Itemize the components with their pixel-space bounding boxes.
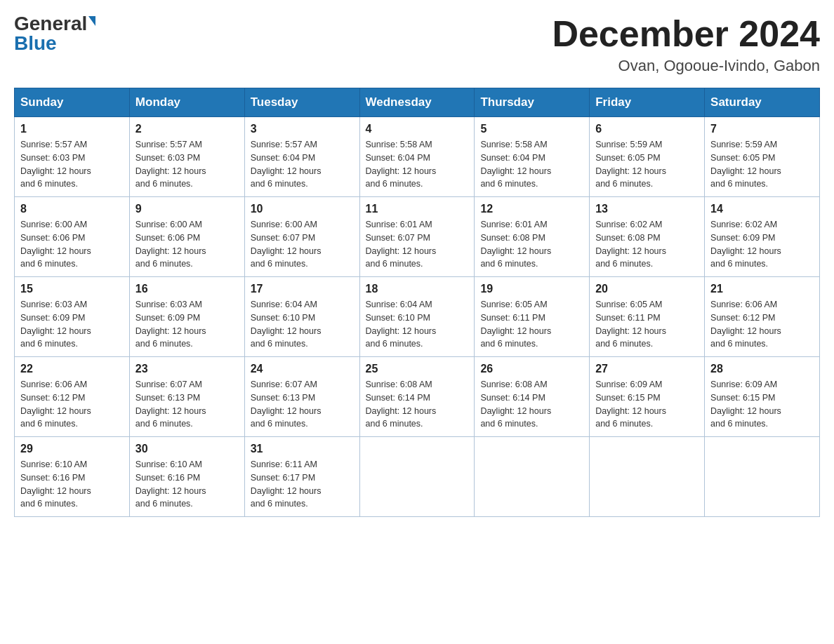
calendar-cell: 2Sunrise: 5:57 AMSunset: 6:03 PMDaylight… [129,117,244,197]
column-header-sunday: Sunday [15,88,130,117]
day-info: Sunrise: 6:01 AMSunset: 6:08 PMDaylight:… [480,218,583,271]
day-info: Sunrise: 6:05 AMSunset: 6:11 PMDaylight:… [480,298,583,351]
calendar-cell: 31Sunrise: 6:11 AMSunset: 6:17 PMDayligh… [244,437,359,517]
day-number: 13 [595,203,699,215]
calendar-cell: 21Sunrise: 6:06 AMSunset: 6:12 PMDayligh… [705,277,820,357]
day-info: Sunrise: 6:00 AMSunset: 6:06 PMDaylight:… [20,218,124,271]
calendar-cell: 15Sunrise: 6:03 AMSunset: 6:09 PMDayligh… [15,277,130,357]
day-info: Sunrise: 5:57 AMSunset: 6:03 PMDaylight:… [20,138,124,191]
calendar-cell: 3Sunrise: 5:57 AMSunset: 6:04 PMDaylight… [244,117,359,197]
day-info: Sunrise: 6:10 AMSunset: 6:16 PMDaylight:… [135,458,239,511]
title-section: December 2024 Ovan, Ogooue-Ivindo, Gabon [552,14,820,75]
day-number: 18 [366,283,469,295]
calendar-cell [475,437,590,517]
column-header-monday: Monday [129,88,244,117]
day-number: 14 [710,203,814,215]
day-number: 16 [135,283,239,295]
calendar-cell: 20Sunrise: 6:05 AMSunset: 6:11 PMDayligh… [590,277,705,357]
logo-general: General [14,14,87,34]
calendar-header-row: SundayMondayTuesdayWednesdayThursdayFrid… [15,88,820,117]
day-number: 17 [251,283,354,295]
day-info: Sunrise: 6:03 AMSunset: 6:09 PMDaylight:… [135,298,239,351]
day-number: 15 [20,283,124,295]
logo-blue: Blue [14,34,57,53]
day-number: 9 [135,203,239,215]
calendar-cell: 12Sunrise: 6:01 AMSunset: 6:08 PMDayligh… [475,197,590,277]
day-info: Sunrise: 5:59 AMSunset: 6:05 PMDaylight:… [595,138,699,191]
day-info: Sunrise: 6:11 AMSunset: 6:17 PMDaylight:… [251,458,354,511]
calendar-cell [359,437,475,517]
day-info: Sunrise: 6:04 AMSunset: 6:10 PMDaylight:… [366,298,469,351]
day-number: 8 [20,203,124,215]
calendar-cell: 4Sunrise: 5:58 AMSunset: 6:04 PMDaylight… [359,117,475,197]
calendar-cell: 6Sunrise: 5:59 AMSunset: 6:05 PMDaylight… [590,117,705,197]
column-header-saturday: Saturday [705,88,820,117]
day-number: 1 [20,123,124,135]
day-number: 4 [366,123,469,135]
calendar-cell: 14Sunrise: 6:02 AMSunset: 6:09 PMDayligh… [705,197,820,277]
calendar-cell: 1Sunrise: 5:57 AMSunset: 6:03 PMDaylight… [15,117,130,197]
day-number: 6 [595,123,699,135]
calendar-week-row: 8Sunrise: 6:00 AMSunset: 6:06 PMDaylight… [15,197,820,277]
day-number: 3 [251,123,354,135]
calendar-cell: 30Sunrise: 6:10 AMSunset: 6:16 PMDayligh… [129,437,244,517]
calendar-cell [705,437,820,517]
calendar-cell: 9Sunrise: 6:00 AMSunset: 6:06 PMDaylight… [129,197,244,277]
day-number: 30 [135,443,239,455]
calendar-title: December 2024 [552,14,820,54]
calendar-cell: 26Sunrise: 6:08 AMSunset: 6:14 PMDayligh… [475,357,590,437]
day-info: Sunrise: 6:07 AMSunset: 6:13 PMDaylight:… [135,378,239,431]
calendar-cell: 28Sunrise: 6:09 AMSunset: 6:15 PMDayligh… [705,357,820,437]
day-info: Sunrise: 6:00 AMSunset: 6:06 PMDaylight:… [135,218,239,271]
day-number: 2 [135,123,239,135]
day-info: Sunrise: 6:09 AMSunset: 6:15 PMDaylight:… [595,378,699,431]
calendar-cell: 8Sunrise: 6:00 AMSunset: 6:06 PMDaylight… [15,197,130,277]
calendar-cell: 17Sunrise: 6:04 AMSunset: 6:10 PMDayligh… [244,277,359,357]
logo-arrow-icon [88,16,95,26]
calendar-cell: 27Sunrise: 6:09 AMSunset: 6:15 PMDayligh… [590,357,705,437]
column-header-tuesday: Tuesday [244,88,359,117]
calendar-table: SundayMondayTuesdayWednesdayThursdayFrid… [14,88,820,517]
column-header-friday: Friday [590,88,705,117]
calendar-week-row: 15Sunrise: 6:03 AMSunset: 6:09 PMDayligh… [15,277,820,357]
day-number: 27 [595,363,699,375]
calendar-cell: 18Sunrise: 6:04 AMSunset: 6:10 PMDayligh… [359,277,475,357]
calendar-cell: 13Sunrise: 6:02 AMSunset: 6:08 PMDayligh… [590,197,705,277]
calendar-week-row: 22Sunrise: 6:06 AMSunset: 6:12 PMDayligh… [15,357,820,437]
calendar-cell: 5Sunrise: 5:58 AMSunset: 6:04 PMDaylight… [475,117,590,197]
day-info: Sunrise: 6:00 AMSunset: 6:07 PMDaylight:… [251,218,354,271]
calendar-cell: 29Sunrise: 6:10 AMSunset: 6:16 PMDayligh… [15,437,130,517]
day-info: Sunrise: 5:59 AMSunset: 6:05 PMDaylight:… [710,138,814,191]
day-info: Sunrise: 5:58 AMSunset: 6:04 PMDaylight:… [480,138,583,191]
calendar-cell: 23Sunrise: 6:07 AMSunset: 6:13 PMDayligh… [129,357,244,437]
day-number: 12 [480,203,583,215]
calendar-week-row: 1Sunrise: 5:57 AMSunset: 6:03 PMDaylight… [15,117,820,197]
day-info: Sunrise: 6:06 AMSunset: 6:12 PMDaylight:… [710,298,814,351]
calendar-cell: 19Sunrise: 6:05 AMSunset: 6:11 PMDayligh… [475,277,590,357]
day-info: Sunrise: 6:03 AMSunset: 6:09 PMDaylight:… [20,298,124,351]
column-header-thursday: Thursday [475,88,590,117]
day-number: 28 [710,363,814,375]
day-number: 21 [710,283,814,295]
day-info: Sunrise: 6:06 AMSunset: 6:12 PMDaylight:… [20,378,124,431]
calendar-cell: 22Sunrise: 6:06 AMSunset: 6:12 PMDayligh… [15,357,130,437]
column-header-wednesday: Wednesday [359,88,475,117]
calendar-cell: 16Sunrise: 6:03 AMSunset: 6:09 PMDayligh… [129,277,244,357]
calendar-cell: 7Sunrise: 5:59 AMSunset: 6:05 PMDaylight… [705,117,820,197]
day-info: Sunrise: 6:02 AMSunset: 6:08 PMDaylight:… [595,218,699,271]
day-info: Sunrise: 6:04 AMSunset: 6:10 PMDaylight:… [251,298,354,351]
day-info: Sunrise: 5:57 AMSunset: 6:04 PMDaylight:… [251,138,354,191]
day-number: 11 [366,203,469,215]
calendar-cell: 24Sunrise: 6:07 AMSunset: 6:13 PMDayligh… [244,357,359,437]
calendar-cell: 10Sunrise: 6:00 AMSunset: 6:07 PMDayligh… [244,197,359,277]
day-info: Sunrise: 6:07 AMSunset: 6:13 PMDaylight:… [251,378,354,431]
day-info: Sunrise: 6:05 AMSunset: 6:11 PMDaylight:… [595,298,699,351]
day-info: Sunrise: 6:08 AMSunset: 6:14 PMDaylight:… [480,378,583,431]
day-info: Sunrise: 5:57 AMSunset: 6:03 PMDaylight:… [135,138,239,191]
calendar-cell: 11Sunrise: 6:01 AMSunset: 6:07 PMDayligh… [359,197,475,277]
day-info: Sunrise: 6:08 AMSunset: 6:14 PMDaylight:… [366,378,469,431]
day-number: 23 [135,363,239,375]
day-number: 10 [251,203,354,215]
day-number: 7 [710,123,814,135]
calendar-week-row: 29Sunrise: 6:10 AMSunset: 6:16 PMDayligh… [15,437,820,517]
